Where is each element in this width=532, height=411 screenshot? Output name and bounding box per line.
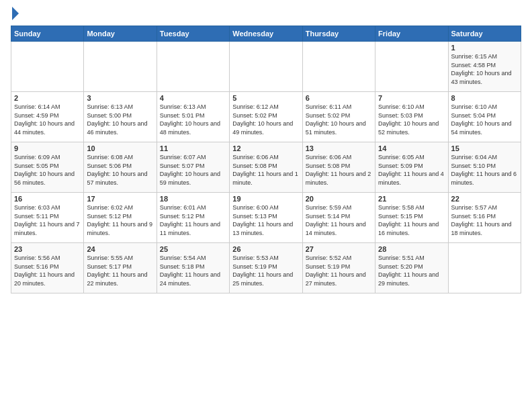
day-number: 22 [451, 195, 518, 203]
day-info: Sunrise: 5:54 AM Sunset: 5:18 PM Dayligh… [160, 254, 226, 287]
day-number: 16 [14, 195, 81, 203]
day-info: Sunrise: 6:11 AM Sunset: 5:02 PM Dayligh… [306, 103, 372, 136]
day-number: 12 [232, 144, 299, 152]
page: SundayMondayTuesdayWednesdayThursdayFrid… [0, 0, 532, 411]
calendar-week-row: 2Sunrise: 6:14 AM Sunset: 4:59 PM Daylig… [11, 92, 521, 142]
day-info: Sunrise: 6:00 AM Sunset: 5:13 PM Dayligh… [232, 203, 299, 237]
day-info: Sunrise: 6:15 AM Sunset: 4:58 PM Dayligh… [451, 52, 518, 86]
calendar-table: SundayMondayTuesdayWednesdayThursdayFrid… [11, 26, 521, 293]
day-info: Sunrise: 6:10 AM Sunset: 5:03 PM Dayligh… [378, 103, 445, 136]
day-number: 10 [87, 144, 153, 152]
calendar-cell [302, 42, 375, 92]
calendar-cell [375, 42, 448, 92]
calendar-cell: 15Sunrise: 6:04 AM Sunset: 5:10 PM Dayli… [448, 142, 521, 193]
day-number: 23 [14, 245, 81, 253]
day-number: 20 [306, 195, 372, 203]
day-info: Sunrise: 5:52 AM Sunset: 5:19 PM Dayligh… [306, 254, 372, 287]
calendar-cell: 22Sunrise: 5:57 AM Sunset: 5:16 PM Dayli… [448, 193, 521, 243]
day-number: 21 [378, 195, 445, 203]
calendar-week-row: 16Sunrise: 6:03 AM Sunset: 5:11 PM Dayli… [11, 193, 521, 243]
day-number: 7 [378, 94, 445, 102]
day-info: Sunrise: 6:06 AM Sunset: 5:08 PM Dayligh… [232, 153, 299, 187]
day-number: 19 [232, 195, 299, 203]
calendar-cell: 8Sunrise: 6:10 AM Sunset: 5:04 PM Daylig… [448, 92, 521, 142]
day-number: 5 [232, 94, 299, 102]
day-number: 3 [87, 94, 153, 102]
day-number: 18 [160, 195, 226, 203]
day-info: Sunrise: 6:09 AM Sunset: 5:05 PM Dayligh… [14, 153, 81, 187]
calendar-cell: 25Sunrise: 5:54 AM Sunset: 5:18 PM Dayli… [157, 243, 229, 293]
day-info: Sunrise: 5:57 AM Sunset: 5:16 PM Dayligh… [451, 203, 518, 237]
calendar-cell: 4Sunrise: 6:13 AM Sunset: 5:01 PM Daylig… [157, 92, 229, 142]
weekday-header-saturday: Saturday [448, 26, 521, 42]
logo [11, 8, 19, 20]
calendar-cell: 19Sunrise: 6:00 AM Sunset: 5:13 PM Dayli… [230, 193, 302, 243]
calendar-cell: 11Sunrise: 6:07 AM Sunset: 5:07 PM Dayli… [157, 142, 229, 193]
weekday-header-tuesday: Tuesday [157, 26, 229, 42]
day-info: Sunrise: 6:14 AM Sunset: 4:59 PM Dayligh… [14, 103, 81, 136]
weekday-header-wednesday: Wednesday [230, 26, 302, 42]
day-number: 25 [160, 245, 226, 253]
weekday-header-monday: Monday [84, 26, 157, 42]
calendar-cell [157, 42, 229, 92]
day-number: 2 [14, 94, 81, 102]
day-info: Sunrise: 6:12 AM Sunset: 5:02 PM Dayligh… [232, 103, 299, 136]
calendar-cell: 5Sunrise: 6:12 AM Sunset: 5:02 PM Daylig… [230, 92, 302, 142]
calendar-cell: 28Sunrise: 5:51 AM Sunset: 5:20 PM Dayli… [375, 243, 448, 293]
calendar-cell: 17Sunrise: 6:02 AM Sunset: 5:12 PM Dayli… [84, 193, 157, 243]
calendar-cell: 16Sunrise: 6:03 AM Sunset: 5:11 PM Dayli… [11, 193, 84, 243]
calendar-cell: 14Sunrise: 6:05 AM Sunset: 5:09 PM Dayli… [375, 142, 448, 193]
calendar-week-row: 1Sunrise: 6:15 AM Sunset: 4:58 PM Daylig… [11, 42, 521, 92]
day-info: Sunrise: 6:03 AM Sunset: 5:11 PM Dayligh… [14, 203, 81, 237]
calendar-week-row: 9Sunrise: 6:09 AM Sunset: 5:05 PM Daylig… [11, 142, 521, 193]
calendar-cell: 23Sunrise: 5:56 AM Sunset: 5:16 PM Dayli… [11, 243, 84, 293]
calendar-cell: 1Sunrise: 6:15 AM Sunset: 4:58 PM Daylig… [448, 42, 521, 92]
day-info: Sunrise: 6:08 AM Sunset: 5:06 PM Dayligh… [87, 153, 153, 187]
calendar-cell: 13Sunrise: 6:06 AM Sunset: 5:08 PM Dayli… [302, 142, 375, 193]
day-number: 13 [306, 144, 372, 152]
day-info: Sunrise: 6:13 AM Sunset: 5:01 PM Dayligh… [160, 103, 226, 136]
day-info: Sunrise: 5:59 AM Sunset: 5:14 PM Dayligh… [306, 203, 372, 237]
calendar-cell: 27Sunrise: 5:52 AM Sunset: 5:19 PM Dayli… [302, 243, 375, 293]
calendar-cell: 26Sunrise: 5:53 AM Sunset: 5:19 PM Dayli… [230, 243, 302, 293]
day-info: Sunrise: 5:55 AM Sunset: 5:17 PM Dayligh… [87, 254, 153, 287]
calendar-cell [84, 42, 157, 92]
logo-arrow-icon [12, 7, 19, 20]
day-info: Sunrise: 6:10 AM Sunset: 5:04 PM Dayligh… [451, 103, 518, 136]
calendar-cell: 6Sunrise: 6:11 AM Sunset: 5:02 PM Daylig… [302, 92, 375, 142]
calendar-cell: 2Sunrise: 6:14 AM Sunset: 4:59 PM Daylig… [11, 92, 84, 142]
day-info: Sunrise: 6:04 AM Sunset: 5:10 PM Dayligh… [451, 153, 518, 187]
day-number: 11 [160, 144, 226, 152]
calendar-cell: 10Sunrise: 6:08 AM Sunset: 5:06 PM Dayli… [84, 142, 157, 193]
calendar-cell: 18Sunrise: 6:01 AM Sunset: 5:12 PM Dayli… [157, 193, 229, 243]
day-number: 8 [451, 94, 518, 102]
day-info: Sunrise: 6:13 AM Sunset: 5:00 PM Dayligh… [87, 103, 153, 136]
calendar-cell: 3Sunrise: 6:13 AM Sunset: 5:00 PM Daylig… [84, 92, 157, 142]
day-number: 14 [378, 144, 445, 152]
day-info: Sunrise: 5:53 AM Sunset: 5:19 PM Dayligh… [232, 254, 299, 287]
day-number: 4 [160, 94, 226, 102]
day-number: 15 [451, 144, 518, 152]
calendar-cell: 7Sunrise: 6:10 AM Sunset: 5:03 PM Daylig… [375, 92, 448, 142]
day-number: 27 [306, 245, 372, 253]
calendar-cell: 20Sunrise: 5:59 AM Sunset: 5:14 PM Dayli… [302, 193, 375, 243]
day-info: Sunrise: 6:01 AM Sunset: 5:12 PM Dayligh… [160, 203, 226, 237]
day-number: 17 [87, 195, 153, 203]
weekday-header-friday: Friday [375, 26, 448, 42]
day-number: 9 [14, 144, 81, 152]
calendar-cell [11, 42, 84, 92]
day-number: 6 [306, 94, 372, 102]
day-info: Sunrise: 6:02 AM Sunset: 5:12 PM Dayligh… [87, 203, 153, 237]
day-info: Sunrise: 6:07 AM Sunset: 5:07 PM Dayligh… [160, 153, 226, 187]
day-info: Sunrise: 5:58 AM Sunset: 5:15 PM Dayligh… [378, 203, 445, 237]
day-number: 24 [87, 245, 153, 253]
day-info: Sunrise: 6:06 AM Sunset: 5:08 PM Dayligh… [306, 153, 372, 187]
calendar-cell: 12Sunrise: 6:06 AM Sunset: 5:08 PM Dayli… [230, 142, 302, 193]
day-number: 26 [232, 245, 299, 253]
calendar-cell: 9Sunrise: 6:09 AM Sunset: 5:05 PM Daylig… [11, 142, 84, 193]
calendar-week-row: 23Sunrise: 5:56 AM Sunset: 5:16 PM Dayli… [11, 243, 521, 293]
calendar-cell [448, 243, 521, 293]
weekday-header-sunday: Sunday [11, 26, 84, 42]
day-info: Sunrise: 5:56 AM Sunset: 5:16 PM Dayligh… [14, 254, 81, 287]
header [11, 8, 521, 20]
